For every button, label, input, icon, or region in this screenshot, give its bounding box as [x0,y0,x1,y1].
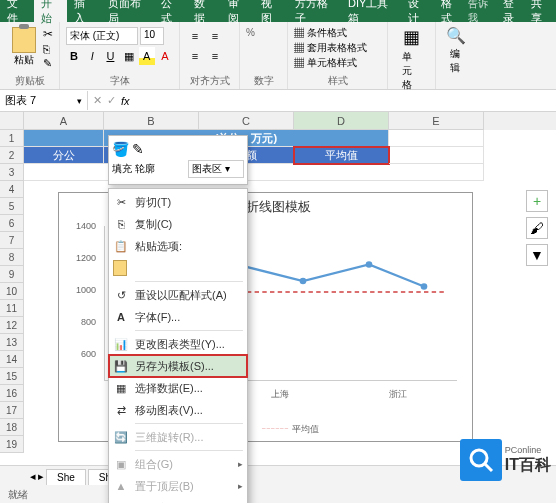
row-header[interactable]: 15 [0,368,24,385]
row-header[interactable]: 17 [0,402,24,419]
align-left-button[interactable]: ≡ [186,47,204,65]
tab-layout[interactable]: 页面布局 [101,0,154,22]
align-mid-button[interactable]: ≡ [206,27,224,45]
ctx-send-back: ▼置于底层(K)▸ [109,497,247,503]
row-header[interactable]: 9 [0,266,24,283]
row-header[interactable]: 4 [0,181,24,198]
tab-addon2[interactable]: DIY工具箱 [341,0,401,22]
select-all-corner[interactable] [0,112,24,130]
cut-icon[interactable]: ✂ [43,27,53,41]
y-tick: 600 [81,349,96,359]
menu-bar: 文件 开始 插入 页面布局 公式 数据 审阅 视图 方方格子 DIY工具箱 设计… [0,0,556,22]
fill-color-button[interactable]: A [139,47,155,65]
table-cell[interactable] [389,130,484,147]
row-header[interactable]: 13 [0,334,24,351]
share-button[interactable]: 共享 [531,0,551,26]
table-cell[interactable] [24,130,104,147]
table-header-cell[interactable]: 分公 [24,147,104,164]
outline-pen-icon[interactable]: ✎ [132,141,144,157]
ctx-change-chart-type[interactable]: 📊更改图表类型(Y)... [109,333,247,355]
chart-elements-button[interactable]: + [526,190,548,212]
row-header[interactable]: 6 [0,215,24,232]
bold-button[interactable]: B [66,47,82,65]
align-center-button[interactable]: ≡ [206,47,224,65]
edit-button[interactable]: 🔍 编辑 [442,24,470,77]
table-cell[interactable] [24,164,484,181]
ctx-save-as-template[interactable]: 💾另存为模板(S)... [109,355,247,377]
ctx-cut[interactable]: ✂剪切(T) [109,191,247,213]
sheet-nav-next[interactable]: ▸ [38,470,44,483]
row-header[interactable]: 19 [0,436,24,453]
col-header-a[interactable]: A [24,112,104,130]
underline-button[interactable]: U [102,47,118,65]
row-header[interactable]: 5 [0,198,24,215]
table-header-cell[interactable]: 平均值 [294,147,389,164]
name-box[interactable]: 图表 7 ▾ [0,91,88,110]
chart-styles-button[interactable]: 🖌 [526,217,548,239]
menu-tabs: 文件 开始 插入 页面布局 公式 数据 审阅 视图 方方格子 DIY工具箱 设计… [0,0,468,22]
tab-design[interactable]: 设计 [401,0,435,22]
tab-addon1[interactable]: 方方格子 [288,0,341,22]
cell-style-button[interactable]: ▦ 单元格样式 [294,56,381,70]
mini-toolbar: 🪣 ✎ 填充 轮廓 图表区 ▾ [108,135,248,185]
chart-type-icon: 📊 [113,336,129,352]
cancel-icon[interactable]: ✕ [93,94,102,107]
login-button[interactable]: 登录 [503,0,523,26]
sheet-tab[interactable]: She [46,469,86,485]
row-header[interactable]: 3 [0,164,24,181]
col-header-b[interactable]: B [104,112,199,130]
table-cell[interactable] [389,147,484,164]
cells-button[interactable]: ▦ 单元格 [394,24,429,94]
sheet-nav-prev[interactable]: ◂ [30,470,36,483]
y-tick: 800 [81,317,96,327]
chart-filter-button[interactable]: ▼ [526,244,548,266]
border-button[interactable]: ▦ [121,47,137,65]
tab-formula[interactable]: 公式 [154,0,188,22]
row-header[interactable]: 8 [0,249,24,266]
rotate-3d-icon: 🔄 [113,429,129,445]
copy-icon[interactable]: ⎘ [43,43,53,55]
fill-bucket-icon[interactable]: 🪣 [112,141,129,157]
paste-button[interactable]: 粘贴 [6,24,41,69]
row-header[interactable]: 16 [0,385,24,402]
row-header[interactable]: 2 [0,147,24,164]
row-header[interactable]: 7 [0,232,24,249]
col-header-c[interactable]: C [199,112,294,130]
ctx-paste-options[interactable]: 📋粘贴选项: [109,235,247,257]
tab-review[interactable]: 审阅 [221,0,255,22]
align-top-button[interactable]: ≡ [186,27,204,45]
svg-point-4 [421,283,428,290]
row-header[interactable]: 14 [0,351,24,368]
tab-format[interactable]: 格式 [434,0,468,22]
format-painter-icon[interactable]: ✎ [43,57,53,70]
ctx-reset-style[interactable]: ↺重设以匹配样式(A) [109,284,247,306]
row-header[interactable]: 11 [0,300,24,317]
ctx-copy[interactable]: ⎘复制(C) [109,213,247,235]
tab-file[interactable]: 文件 [0,0,34,22]
font-name-select[interactable]: 宋体 (正文) [66,27,138,45]
italic-button[interactable]: I [84,47,100,65]
chart-element-select[interactable]: 图表区 ▾ [188,160,244,178]
col-header-d[interactable]: D [294,112,389,130]
tab-view[interactable]: 视图 [254,0,288,22]
row-header[interactable]: 1 [0,130,24,147]
confirm-icon[interactable]: ✓ [107,94,116,107]
ctx-font[interactable]: A字体(F)... [109,306,247,328]
font-size-select[interactable]: 10 [140,27,164,45]
tab-data[interactable]: 数据 [187,0,221,22]
row-header[interactable]: 12 [0,317,24,334]
ctx-select-data[interactable]: ▦选择数据(E)... [109,377,247,399]
cond-format-button[interactable]: ▦ 条件格式 [294,26,381,40]
row-header[interactable]: 18 [0,419,24,436]
ribbon: 粘贴 ✂ ⎘ ✎ 剪贴板 宋体 (正文) 10 B I U ▦ A A [0,22,556,90]
watermark-brand: IT百科 [505,455,551,476]
tab-home[interactable]: 开始 [34,0,68,22]
row-header[interactable]: 10 [0,283,24,300]
font-color-button[interactable]: A [157,47,173,65]
ctx-move-chart[interactable]: ⇄移动图表(V)... [109,399,247,421]
ctx-paste-icon-option[interactable] [109,257,247,279]
col-header-e[interactable]: E [389,112,484,130]
fx-icon[interactable]: fx [121,95,130,107]
tab-insert[interactable]: 插入 [67,0,101,22]
table-format-button[interactable]: ▦ 套用表格格式 [294,41,381,55]
